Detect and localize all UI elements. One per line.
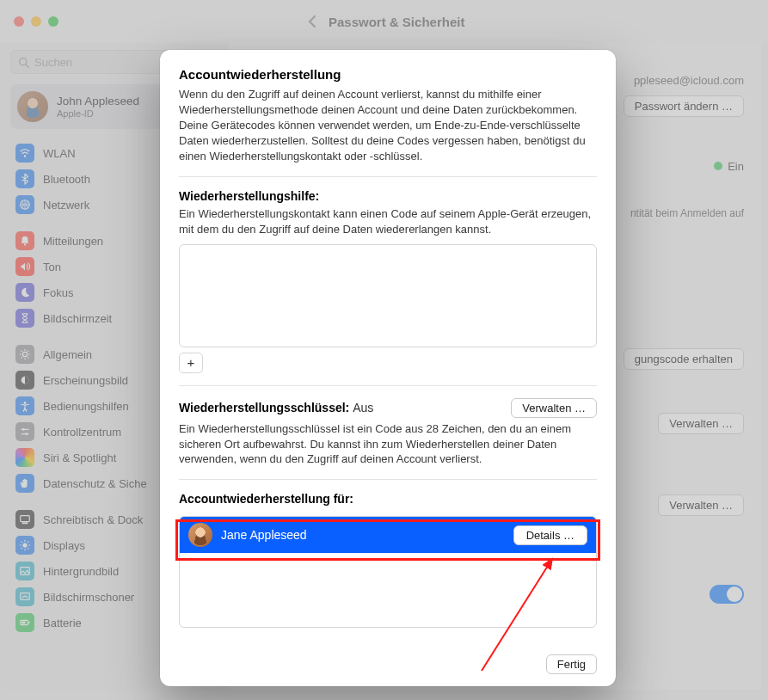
wallpaper-icon: [15, 562, 34, 580]
sidebar-item-label: Siri & Spotlight: [43, 451, 116, 464]
sidebar-item-label: Hintergrundbild: [43, 565, 119, 578]
close-window[interactable]: [14, 16, 24, 27]
add-recovery-contact-button[interactable]: +: [179, 353, 203, 373]
system-settings-window: Passwort & Sicherheit Suchen John Apples…: [0, 0, 768, 700]
moon-icon: [15, 283, 34, 302]
avatar: [17, 91, 48, 122]
status-on: Ein: [714, 160, 744, 173]
svg-point-4: [24, 243, 26, 245]
svg-rect-16: [28, 622, 29, 623]
sidebar-item-label: Bluetooth: [43, 173, 90, 186]
recovery-help-heading: Wiederherstellungshilfe:: [179, 189, 597, 203]
svg-point-5: [22, 352, 27, 356]
identity-hint: ntität beim Anmelden auf: [630, 207, 744, 219]
appearance-icon: [15, 371, 34, 390]
modal-intro-text: Wenn du den Zugriff auf deinen Account v…: [179, 87, 597, 164]
svg-point-2: [24, 155, 26, 157]
recovery-contacts-empty-list[interactable]: [179, 244, 597, 347]
siri-icon: [15, 448, 34, 467]
toggle-switch[interactable]: [710, 585, 744, 604]
hand-icon: [15, 474, 34, 493]
hourglass-icon: [15, 309, 34, 328]
manage-button-2[interactable]: Verwalten …: [658, 494, 744, 516]
sidebar-item-label: Displays: [43, 539, 85, 552]
dock-icon: [15, 510, 34, 529]
sliders-icon: [15, 422, 34, 441]
apple-id-email: ppleseed@icloud.com: [634, 74, 744, 87]
recovery-key-text: Ein Wiederherstellungsschlüssel ist ein …: [179, 421, 597, 468]
sidebar-item-label: WLAN: [43, 147, 76, 160]
sidebar-item-label: Bedienungshilfen: [43, 400, 129, 413]
recovery-for-row[interactable]: Jane Appleseed Details …: [180, 517, 596, 553]
recovery-for-list: Jane Appleseed Details …: [179, 516, 597, 628]
done-button[interactable]: Fertig: [546, 654, 597, 674]
avatar: [188, 523, 212, 547]
sidebar-item-label: Bildschirmzeit: [43, 312, 112, 325]
page-title: Passwort & Sicherheit: [329, 15, 464, 29]
gear-icon: [15, 345, 34, 364]
back-button[interactable]: [301, 10, 323, 33]
speaker-icon: [15, 257, 34, 276]
sidebar-item-label: Datenschutz & Siche: [43, 477, 147, 490]
globe-icon: [15, 195, 34, 214]
battery-icon: [15, 613, 34, 632]
sidebar-item-label: Bildschirmschoner: [43, 591, 134, 604]
minimize-window[interactable]: [31, 16, 41, 27]
manage-button-1[interactable]: Verwalten …: [658, 413, 744, 434]
manage-recovery-key-button[interactable]: Verwalten …: [511, 398, 597, 418]
sidebar-item-label: Mitteilungen: [43, 235, 103, 248]
sidebar-item-label: Fokus: [43, 286, 73, 299]
sidebar-item-label: Netzwerk: [43, 199, 89, 212]
change-password-button[interactable]: Passwort ändern …: [624, 95, 744, 117]
svg-point-7: [24, 402, 27, 404]
chevron-left-icon: [307, 15, 317, 28]
sidebar-item-label: Batterie: [43, 617, 82, 629]
svg-line-1: [26, 64, 28, 66]
svg-point-9: [25, 433, 28, 435]
details-button[interactable]: Details …: [513, 525, 587, 545]
search-icon: [18, 57, 29, 68]
plus-icon: +: [187, 355, 195, 370]
zoom-window[interactable]: [48, 16, 58, 27]
recovery-for-heading: Accountwiederherstellung für:: [179, 492, 597, 506]
recovery-key-status: Aus: [353, 401, 373, 414]
svg-point-8: [22, 428, 25, 431]
sidebar-item-label: Kontrollzentrum: [43, 426, 121, 439]
recovery-key-heading: Wiederherstellungsschlüssel: Aus: [179, 401, 373, 414]
svg-rect-11: [22, 523, 28, 525]
sidebar-item-label: Allgemein: [43, 348, 92, 361]
bluetooth-icon: [15, 169, 34, 188]
sidebar-item-label: Ton: [43, 261, 61, 273]
svg-rect-10: [21, 516, 30, 522]
accessibility-icon: [15, 396, 34, 415]
svg-rect-17: [22, 622, 25, 624]
modal-title: Accountwiederherstellung: [179, 67, 597, 82]
account-recovery-modal: Accountwiederherstellung Wenn du den Zug…: [160, 50, 616, 686]
recovery-help-text: Ein Wiederherstellungskontakt kann einen…: [179, 206, 597, 237]
display-icon: [15, 536, 34, 555]
contact-name: Jane Appleseed: [221, 528, 307, 542]
user-name: John Appleseed: [57, 95, 139, 108]
sidebar-item-label: Erscheinungsbild: [43, 374, 128, 387]
window-controls: [14, 16, 58, 27]
screensaver-icon: [15, 587, 34, 606]
search-placeholder: Suchen: [34, 56, 72, 69]
user-sub: Apple-ID: [57, 108, 139, 119]
titlebar: Passwort & Sicherheit: [0, 0, 768, 43]
sidebar-item-label: Schreibtisch & Dock: [43, 513, 143, 526]
svg-point-12: [22, 543, 27, 547]
bell-icon: [15, 231, 34, 250]
get-code-button[interactable]: gungscode erhalten: [624, 348, 744, 370]
wifi-icon: [15, 144, 34, 163]
